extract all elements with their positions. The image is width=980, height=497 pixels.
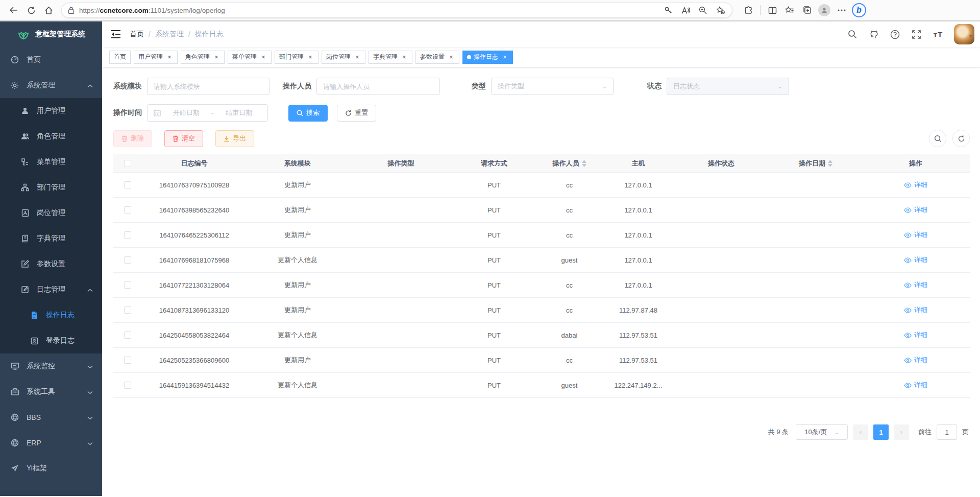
add-favorite-icon[interactable] (712, 2, 729, 19)
font-size-icon[interactable]: тT (933, 29, 944, 40)
browser-back-icon[interactable] (5, 2, 22, 19)
tab-close-icon[interactable]: × (448, 54, 455, 61)
sidebar-item-erp[interactable]: ERP (0, 430, 102, 456)
detail-link[interactable]: 详细 (904, 230, 927, 240)
detail-link[interactable]: 详细 (904, 205, 927, 215)
sidebar-item-system-monitor[interactable]: 系统监控 (0, 353, 102, 379)
extensions-icon[interactable] (740, 2, 757, 19)
collections-icon[interactable] (798, 2, 816, 19)
sidebar-item-yi-framework[interactable]: Yi框架 (0, 456, 102, 481)
module-filter-input[interactable] (147, 78, 270, 95)
prev-page-button[interactable]: ‹ (853, 424, 868, 440)
browser-home-icon[interactable] (40, 2, 57, 19)
sidebar-item-dept-mgmt[interactable]: 部门管理 (0, 175, 102, 200)
tab-close-icon[interactable]: × (354, 54, 361, 61)
page-number-current[interactable]: 1 (873, 424, 889, 440)
sidebar-item-user-mgmt[interactable]: 用户管理 (0, 98, 102, 124)
detail-link[interactable]: 详细 (904, 305, 927, 315)
row-checkbox[interactable] (124, 357, 131, 364)
chevron-up-icon (87, 81, 93, 89)
help-icon[interactable] (890, 29, 901, 40)
page-size-select[interactable]: 10条/页 ⌄ (796, 424, 848, 440)
reset-button[interactable]: 重置 (337, 105, 376, 122)
tab-dict-mgmt[interactable]: 字典管理× (369, 51, 412, 64)
read-aloud-icon[interactable] (677, 2, 694, 19)
sidebar-item-bbs[interactable]: BBS (0, 405, 102, 430)
tab-close-icon[interactable]: × (260, 54, 267, 61)
detail-link[interactable]: 详细 (904, 180, 927, 190)
tab-close-icon[interactable]: × (501, 54, 508, 61)
tab-role-mgmt[interactable]: 角色管理× (181, 51, 225, 64)
table-refresh-icon[interactable] (952, 130, 970, 147)
sidebar-item-system-mgmt[interactable]: 系统管理 (0, 73, 102, 98)
detail-link[interactable]: 详细 (904, 381, 927, 390)
row-checkbox[interactable] (124, 306, 131, 314)
browser-profile-icon[interactable] (816, 2, 833, 19)
col-date-sortable[interactable]: 操作日期 (770, 159, 862, 168)
row-checkbox[interactable] (124, 382, 131, 389)
address-bar[interactable]: https://ccnetcore.com:1101/system/log/op… (61, 3, 732, 18)
tab-param-settings[interactable]: 参数设置× (415, 51, 459, 64)
password-key-icon[interactable] (659, 2, 677, 19)
sidebar-item-menu-mgmt[interactable]: 菜单管理 (0, 149, 102, 175)
zoom-out-icon[interactable] (694, 2, 712, 19)
export-button[interactable]: 导出 (215, 130, 254, 147)
breadcrumb-home[interactable]: 首页 (130, 30, 144, 39)
col-operator-sortable[interactable]: 操作人员 (535, 159, 604, 168)
select-all-checkbox[interactable] (124, 160, 131, 167)
more-menu-icon[interactable] (833, 2, 850, 19)
date-range-picker[interactable]: 开始日期 - 结束日期 (147, 104, 268, 122)
detail-link[interactable]: 详细 (904, 330, 927, 340)
tab-close-icon[interactable]: × (307, 54, 314, 61)
row-checkbox[interactable] (124, 181, 131, 188)
status-filter-select[interactable]: 日志状态 ⌄ (667, 78, 789, 95)
type-filter-select[interactable]: 操作类型 ⌄ (491, 78, 614, 95)
row-checkbox[interactable] (124, 281, 131, 289)
favorites-icon[interactable] (781, 2, 798, 19)
row-checkbox[interactable] (124, 231, 131, 239)
browser-refresh-icon[interactable] (22, 2, 40, 19)
copilot-icon[interactable]: b (850, 2, 868, 19)
sidebar-item-home[interactable]: 首页 (0, 47, 102, 73)
sidebar-item-system-tools[interactable]: 系统工具 (0, 379, 102, 405)
row-checkbox[interactable] (124, 206, 131, 214)
sidebar-item-param-settings[interactable]: 参数设置 (0, 251, 102, 277)
user-menu[interactable]: ▾ (954, 24, 972, 44)
tab-close-icon[interactable]: × (401, 54, 408, 61)
split-screen-icon[interactable] (764, 2, 781, 19)
tab-oper-log[interactable]: 操作日志× (462, 51, 513, 64)
tab-home[interactable]: 首页 (109, 51, 131, 64)
sidebar-collapse-icon[interactable] (109, 28, 122, 41)
detail-link[interactable]: 详细 (904, 280, 927, 290)
lock-icon (68, 7, 75, 14)
tab-menu-mgmt[interactable]: 菜单管理× (228, 51, 272, 64)
row-checkbox[interactable] (124, 332, 131, 339)
fullscreen-icon[interactable] (911, 29, 922, 40)
delete-button[interactable]: 删除 (113, 130, 152, 147)
tab-close-icon[interactable]: × (166, 54, 173, 61)
detail-link[interactable]: 详细 (904, 356, 927, 365)
sidebar-item-oper-log[interactable]: 操作日志 (0, 302, 102, 328)
row-checkbox[interactable] (124, 256, 131, 264)
sort-carets-icon[interactable] (828, 160, 832, 167)
operator-filter-input[interactable] (316, 78, 440, 95)
next-page-button[interactable]: › (894, 424, 909, 440)
tab-close-icon[interactable]: × (213, 54, 220, 61)
sidebar-item-role-mgmt[interactable]: 角色管理 (0, 124, 102, 149)
sidebar-item-post-mgmt[interactable]: 岗位管理 (0, 200, 102, 226)
detail-link[interactable]: 详细 (904, 255, 927, 265)
search-button[interactable]: 搜索 (288, 105, 328, 122)
header-search-icon[interactable] (847, 29, 858, 40)
chevron-down-icon: ⌄ (602, 83, 607, 90)
tab-dept-mgmt[interactable]: 部门管理× (275, 51, 318, 64)
sidebar-item-login-log[interactable]: 登录日志 (0, 328, 102, 353)
sidebar-item-dict-mgmt[interactable]: 字典管理 (0, 226, 102, 251)
sidebar-item-log-mgmt[interactable]: 日志管理 (0, 277, 102, 302)
goto-page-input[interactable] (937, 424, 957, 440)
table-search-toggle-icon[interactable] (929, 130, 946, 147)
clear-button[interactable]: 清空 (164, 130, 203, 147)
tab-user-mgmt[interactable]: 用户管理× (134, 51, 178, 64)
sort-carets-icon[interactable] (582, 160, 586, 167)
tab-post-mgmt[interactable]: 岗位管理× (322, 51, 365, 64)
github-icon[interactable] (868, 29, 879, 40)
